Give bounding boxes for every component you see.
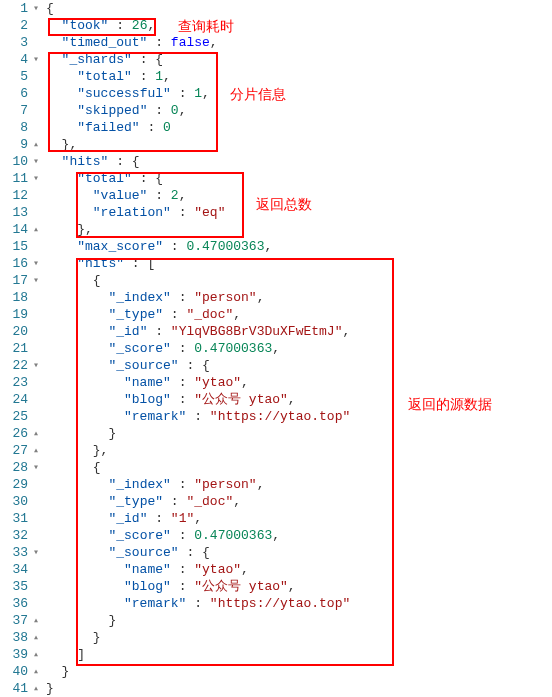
fold-icon[interactable]: ▴ <box>30 425 42 442</box>
fold-icon[interactable]: ▾ <box>30 170 42 187</box>
code-line: 28▾ { <box>0 459 552 476</box>
code-content: } <box>42 680 54 697</box>
code-line: 30 "_type" : "_doc", <box>0 493 552 510</box>
fold-icon[interactable]: ▴ <box>30 221 42 238</box>
line-number: 33 <box>0 544 30 561</box>
line-number: 34 <box>0 561 30 578</box>
code-line: 34 "name" : "ytao", <box>0 561 552 578</box>
code-line: 4▾ "_shards" : { <box>0 51 552 68</box>
line-number: 29 <box>0 476 30 493</box>
code-content: "relation" : "eq" <box>42 204 225 221</box>
code-line: 1▾{ <box>0 0 552 17</box>
code-line: 36 "remark" : "https://ytao.top" <box>0 595 552 612</box>
code-line: 23 "name" : "ytao", <box>0 374 552 391</box>
code-line: 14▴ }, <box>0 221 552 238</box>
fold-icon[interactable]: ▾ <box>30 459 42 476</box>
fold-icon[interactable]: ▴ <box>30 442 42 459</box>
fold-icon <box>30 238 42 255</box>
line-number: 23 <box>0 374 30 391</box>
code-line: 7 "skipped" : 0, <box>0 102 552 119</box>
fold-icon[interactable]: ▾ <box>30 357 42 374</box>
code-line: 38▴ } <box>0 629 552 646</box>
code-line: 15 "max_score" : 0.47000363, <box>0 238 552 255</box>
fold-icon <box>30 68 42 85</box>
code-content: "_score" : 0.47000363, <box>42 527 280 544</box>
fold-icon <box>30 408 42 425</box>
code-line: 9▴ }, <box>0 136 552 153</box>
code-line: 40▴ } <box>0 663 552 680</box>
line-number: 32 <box>0 527 30 544</box>
line-number: 6 <box>0 85 30 102</box>
line-number: 30 <box>0 493 30 510</box>
code-content: "_source" : { <box>42 357 210 374</box>
code-line: 22▾ "_source" : { <box>0 357 552 374</box>
code-line: 8 "failed" : 0 <box>0 119 552 136</box>
code-content: "name" : "ytao", <box>42 561 249 578</box>
line-number: 15 <box>0 238 30 255</box>
fold-icon[interactable]: ▾ <box>30 0 42 17</box>
code-line: 27▴ }, <box>0 442 552 459</box>
fold-icon[interactable]: ▾ <box>30 153 42 170</box>
code-content: } <box>42 425 116 442</box>
fold-icon <box>30 17 42 34</box>
fold-icon <box>30 306 42 323</box>
fold-icon <box>30 340 42 357</box>
fold-icon <box>30 187 42 204</box>
code-line: 11▾ "total" : { <box>0 170 552 187</box>
code-line: 21 "_score" : 0.47000363, <box>0 340 552 357</box>
line-number: 13 <box>0 204 30 221</box>
code-content: "total" : 1, <box>42 68 171 85</box>
fold-icon <box>30 204 42 221</box>
code-content: "failed" : 0 <box>42 119 171 136</box>
fold-icon[interactable]: ▾ <box>30 544 42 561</box>
fold-icon <box>30 323 42 340</box>
line-number: 24 <box>0 391 30 408</box>
code-content: "successful" : 1, <box>42 85 210 102</box>
fold-icon[interactable]: ▴ <box>30 663 42 680</box>
line-number: 19 <box>0 306 30 323</box>
fold-icon <box>30 289 42 306</box>
line-number: 9 <box>0 136 30 153</box>
fold-icon[interactable]: ▴ <box>30 680 42 697</box>
code-content: } <box>42 663 69 680</box>
line-number: 11 <box>0 170 30 187</box>
code-content: "blog" : "公众号 ytao", <box>42 578 296 595</box>
line-number: 36 <box>0 595 30 612</box>
fold-icon[interactable]: ▾ <box>30 272 42 289</box>
line-number: 3 <box>0 34 30 51</box>
fold-icon[interactable]: ▴ <box>30 629 42 646</box>
code-content: "remark" : "https://ytao.top" <box>42 408 350 425</box>
fold-icon[interactable]: ▾ <box>30 255 42 272</box>
fold-icon[interactable]: ▴ <box>30 136 42 153</box>
code-content: } <box>42 629 101 646</box>
fold-icon[interactable]: ▴ <box>30 646 42 663</box>
code-content: "_index" : "person", <box>42 476 264 493</box>
fold-icon[interactable]: ▴ <box>30 612 42 629</box>
code-content: "timed_out" : false, <box>42 34 218 51</box>
code-content: "_type" : "_doc", <box>42 306 241 323</box>
code-line: 18 "_index" : "person", <box>0 289 552 306</box>
code-line: 32 "_score" : 0.47000363, <box>0 527 552 544</box>
code-content: "value" : 2, <box>42 187 186 204</box>
code-line: 26▴ } <box>0 425 552 442</box>
code-content: "max_score" : 0.47000363, <box>42 238 272 255</box>
fold-icon <box>30 102 42 119</box>
line-number: 1 <box>0 0 30 17</box>
line-number: 8 <box>0 119 30 136</box>
code-content: "hits" : [ <box>42 255 155 272</box>
code-line: 2 "took" : 26, <box>0 17 552 34</box>
line-number: 28 <box>0 459 30 476</box>
code-line: 31 "_id" : "1", <box>0 510 552 527</box>
code-line: 6 "successful" : 1, <box>0 85 552 102</box>
line-number: 40 <box>0 663 30 680</box>
code-line: 39▴ ] <box>0 646 552 663</box>
fold-icon <box>30 85 42 102</box>
code-line: 17▾ { <box>0 272 552 289</box>
line-number: 18 <box>0 289 30 306</box>
line-number: 25 <box>0 408 30 425</box>
line-number: 37 <box>0 612 30 629</box>
line-number: 10 <box>0 153 30 170</box>
fold-icon[interactable]: ▾ <box>30 51 42 68</box>
code-content: "skipped" : 0, <box>42 102 186 119</box>
code-line: 20 "_id" : "YlqVBG8BrV3DuXFwEtmJ", <box>0 323 552 340</box>
